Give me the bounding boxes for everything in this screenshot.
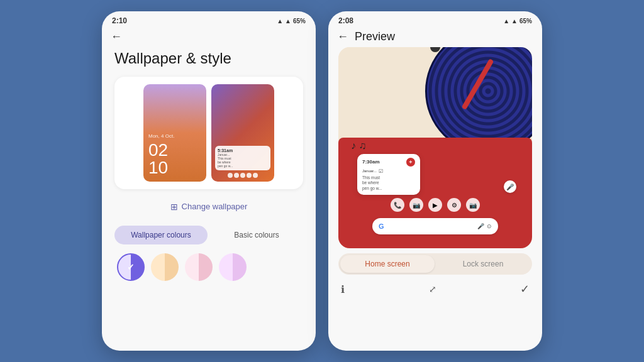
confirm-button[interactable]: ✓ [520,282,530,296]
app-icon-more[interactable]: 📷 [466,198,480,212]
wp-icon-5 [253,173,258,178]
wp-icon-1 [228,173,233,178]
search-mic-icon: 🎤 [477,223,484,229]
preview-title: Preview [355,30,395,43]
change-wallpaper-label: Change wallpaper [182,202,248,211]
app-icon-play[interactable]: ▶ [428,198,442,212]
widget-checkbox: ☑ [379,168,383,174]
search-lens-icon: ⊙ [487,223,492,229]
widget-date: Januar... [362,169,377,173]
wallpaper-card-left[interactable]: Mon, 4 Oct. 0210 [143,84,206,182]
wifi-icon: ▲ [277,18,283,25]
back-button-right[interactable]: ← [337,30,348,43]
right-phone: 2:08 ▲ ▲ 65% ← Preview ♪ ♫ [328,11,542,351]
inner-phone-preview: ♪ ♫ 7:30am + Januar... ☑ This mustbe whe… [338,47,532,248]
change-wallpaper-button[interactable]: ⊞ Change wallpaper [114,197,303,217]
swatch-3[interactable] [185,253,213,281]
swatch-1[interactable] [117,253,145,281]
info-button[interactable]: ℹ [341,283,345,295]
google-logo: G [379,222,384,230]
vinyl-wallpaper: ♪ ♫ 7:30am + Januar... ☑ This mustbe whe… [338,47,532,248]
left-content: Wallpaper & style Mon, 4 Oct. 0210 5:31a… [102,43,316,287]
time-left: 2:10 [112,16,127,25]
inner-add-button[interactable]: + [406,158,415,167]
left-phone: 2:10 ▲ ▲ 65% ← Wallpaper & style Mon, 4 … [102,11,316,351]
status-bar-left: 2:10 ▲ ▲ 65% [102,11,316,28]
inner-widget-card: 7:30am + Januar... ☑ This mustbe wherepe… [357,154,420,195]
app-icon-camera[interactable]: 📷 [409,198,423,212]
wp-mini-widgets: 5:31am Januar...This mustbe wherepen go … [215,146,270,170]
inner-widget-text: This mustbe wherepen go w... [362,175,415,191]
colour-tabs: Wallpaper colours Basic colours [114,226,303,244]
music-notes: ♪ ♫ [351,140,366,151]
battery-icon-right: 65% [519,18,532,25]
signal-icon-right: ▲ [511,18,518,25]
wp-icon-4 [247,173,252,178]
change-wallpaper-icon: ⊞ [170,202,178,212]
swatch-4[interactable] [219,253,247,281]
tab-lock-screen[interactable]: Lock screen [436,255,530,273]
swatch-2[interactable] [151,253,179,281]
status-bar-right: 2:08 ▲ ▲ 65% [328,11,542,28]
main-container: 2:10 ▲ ▲ 65% ← Wallpaper & style Mon, 4 … [0,0,644,362]
time-right: 2:08 [338,16,353,25]
app-icon-phone[interactable]: 📞 [391,198,404,212]
expand-button[interactable]: ⤢ [429,284,436,294]
signal-icon: ▲ [285,18,291,25]
tab-home-screen[interactable]: Home screen [340,255,435,273]
right-header: ← Preview [328,28,542,43]
wallpaper-card-right[interactable]: 5:31am Januar...This mustbe wherepen go … [211,84,274,182]
colour-swatches [114,253,303,281]
back-button-left[interactable]: ← [102,28,316,43]
inner-mic-icon: 🎤 [504,180,516,193]
wp-icon-2 [234,173,239,178]
inner-search-bar[interactable]: G 🎤 ⊙ [372,218,498,234]
page-title-left: Wallpaper & style [114,50,303,68]
wp-date: Mon, 4 Oct. [148,133,201,139]
wp-time: 0210 [148,141,201,177]
inner-widget-time: 7:30am [362,159,380,165]
preview-tabs: Home screen Lock screen [338,253,532,275]
wifi-icon-right: ▲ [503,18,509,25]
tab-basic-colours[interactable]: Basic colours [210,226,303,244]
tab-wallpaper-colours[interactable]: Wallpaper colours [114,226,208,244]
wp-icon-3 [240,173,245,178]
battery-icon: 65% [293,18,306,25]
wallpaper-preview-area: Mon, 4 Oct. 0210 5:31am Januar...This mu… [114,77,303,189]
bottom-actions: ℹ ⤢ ✓ [328,280,542,300]
app-icon-settings[interactable]: ⚙ [447,198,461,212]
status-icons-left: ▲ ▲ 65% [277,18,306,25]
status-icons-right: ▲ ▲ 65% [503,18,532,25]
wp-bottom-bar [215,173,270,178]
inner-app-icons: 📞 📷 ▶ ⚙ 📷 [391,198,480,212]
